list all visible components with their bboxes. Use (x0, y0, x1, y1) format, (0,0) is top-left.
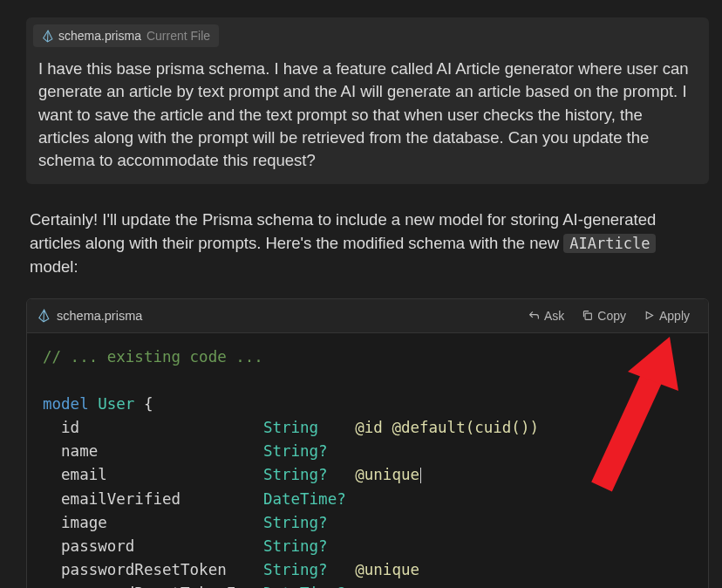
code-block: schema.prisma Ask Copy Apply (26, 298, 709, 588)
reply-icon (528, 310, 540, 321)
code-header-left: schema.prisma (37, 309, 142, 323)
copy-button[interactable]: Copy (574, 305, 634, 326)
prisma-icon (42, 30, 53, 43)
copy-button-label: Copy (597, 309, 626, 323)
assistant-text-before: Certainly! I'll update the Prisma schema… (30, 210, 656, 252)
svg-rect-0 (585, 313, 591, 319)
copy-icon (582, 310, 593, 321)
file-tag-name: schema.prisma (58, 29, 141, 43)
inline-code: AIArticle (563, 234, 656, 253)
code-content[interactable]: // ... existing code ... model User { id… (27, 333, 708, 588)
ask-button-label: Ask (544, 309, 564, 323)
assistant-message: Certainly! I'll update the Prisma schema… (26, 209, 709, 278)
user-message: schema.prisma Current File I have this b… (26, 17, 709, 184)
user-message-text: I have this base prisma schema. I have a… (26, 47, 709, 172)
code-header-actions: Ask Copy Apply (521, 305, 698, 326)
apply-button-label: Apply (659, 309, 690, 323)
code-filename: schema.prisma (57, 309, 142, 323)
file-tag-suffix: Current File (146, 29, 210, 43)
apply-button[interactable]: Apply (636, 305, 698, 326)
ask-button[interactable]: Ask (521, 305, 572, 326)
play-icon (644, 310, 655, 321)
assistant-text-after: model: (30, 257, 78, 276)
code-header: schema.prisma Ask Copy Apply (27, 299, 708, 333)
prisma-icon (37, 309, 50, 323)
file-tag[interactable]: schema.prisma Current File (33, 24, 219, 47)
